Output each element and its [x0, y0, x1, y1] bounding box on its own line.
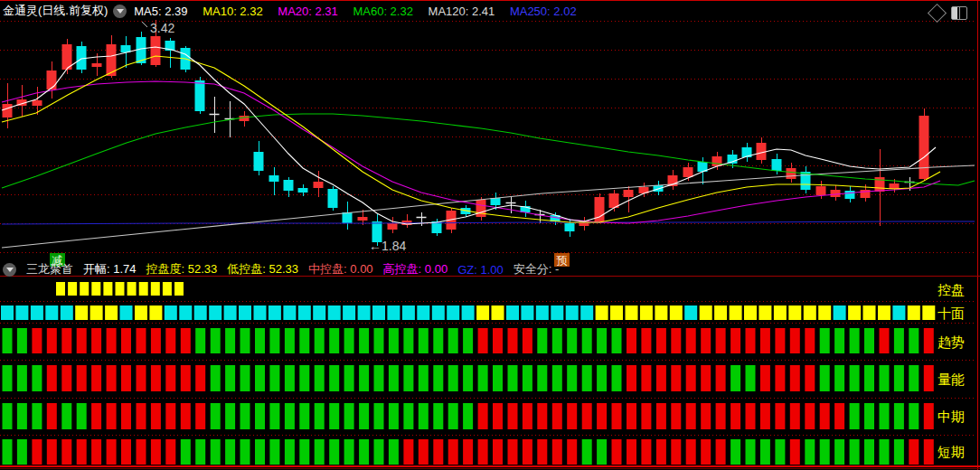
indicator-block [17, 439, 27, 465]
indicator-block [240, 403, 250, 429]
indicator-block [730, 439, 740, 465]
indicator-block [655, 306, 667, 320]
indicator-block [463, 403, 473, 429]
candle-body [358, 217, 368, 221]
indicator-block [240, 328, 250, 353]
indicator-block [716, 439, 726, 465]
indicator-block [32, 403, 42, 429]
row-label-5: 中期 [938, 409, 965, 424]
indicator-block [239, 306, 251, 320]
indicator-block [116, 282, 125, 296]
indicator-block [91, 439, 101, 465]
indicator-block [313, 306, 325, 320]
indicator-block [686, 403, 696, 429]
indicator-block [448, 365, 458, 391]
indicator-block [269, 365, 279, 391]
indicator-block [1, 306, 14, 320]
split-view-icon[interactable] [951, 6, 967, 20]
indicator-block [582, 328, 592, 353]
indicator-block [760, 365, 770, 391]
indicator-block [892, 306, 905, 320]
indicator-block [924, 403, 934, 429]
indicator-block [359, 439, 369, 465]
indicator-block [107, 365, 117, 391]
row-label-4: 量能 [938, 371, 965, 387]
indicator-block [359, 365, 369, 391]
indicator-block [552, 439, 562, 465]
indicator-block [790, 365, 800, 391]
indicator-block [285, 439, 295, 465]
candle-body [3, 104, 13, 118]
indicator-block [508, 328, 518, 353]
indicator-block [582, 365, 592, 391]
indicator-block [343, 306, 355, 320]
indicator-block [329, 439, 339, 465]
indicator-block [91, 328, 101, 353]
indicator-block [864, 403, 874, 429]
indicator-block [255, 365, 265, 391]
indicator-chevron-down-icon[interactable] [3, 263, 16, 277]
indicator-block [612, 403, 622, 429]
indicator-block [3, 365, 13, 391]
indicator-block [774, 306, 787, 320]
candle-body [92, 63, 102, 67]
indicator-block [834, 439, 844, 465]
indicator-block [820, 328, 830, 353]
indicator-block [299, 365, 309, 391]
indicator-block [47, 328, 57, 353]
indicator-block [137, 365, 146, 391]
indicator-block [447, 306, 459, 320]
indicator-block [818, 306, 831, 320]
indicator-block [567, 439, 577, 465]
indicator-block [790, 328, 800, 353]
indicator-block [3, 439, 13, 465]
indicator-block [344, 365, 354, 391]
indicator-block [137, 439, 146, 465]
indicator-block [878, 306, 890, 320]
indicator-block [537, 328, 547, 353]
indicator-block [344, 403, 354, 429]
indicator-block [684, 306, 697, 320]
indicator-block [536, 306, 549, 320]
indicator-block [880, 328, 890, 353]
indicator-block [506, 306, 519, 320]
indicator-block [31, 306, 43, 320]
indicator-block [419, 328, 429, 353]
candle-body [33, 100, 42, 106]
indicator-block [417, 306, 429, 320]
indicator-block [255, 403, 265, 429]
indicator-block [567, 365, 577, 391]
indicator-block [909, 365, 919, 391]
indicator-block [211, 328, 221, 353]
indicator-block [107, 328, 117, 353]
indicator-block [433, 328, 443, 353]
indicator-block [552, 403, 562, 429]
indicator-zhongkongpan: 中控盘: 0.00 [308, 261, 373, 277]
high-arrow [142, 22, 147, 27]
indicator-block [32, 365, 42, 391]
indicator-block [551, 306, 563, 320]
indicator-block [805, 439, 815, 465]
indicator-block [77, 365, 87, 391]
indicator-block [478, 439, 488, 465]
indicator-block [478, 403, 488, 429]
indicator-anquanfen: 安全分: - [514, 261, 560, 277]
indicator-block [254, 306, 267, 320]
candle-body [683, 167, 693, 177]
indicator-block [880, 439, 890, 465]
indicator-block [91, 282, 100, 296]
indicator-block [135, 306, 147, 320]
indicator-block [17, 365, 27, 391]
candle-body [195, 80, 205, 111]
indicator-block [149, 306, 162, 320]
diamond-icon[interactable] [928, 4, 947, 23]
candle-body [388, 223, 398, 230]
indicator-block [894, 403, 904, 429]
chevron-down-icon[interactable] [113, 5, 127, 18]
indicator-block [493, 403, 503, 429]
indicator-block [165, 439, 175, 465]
indicator-block [597, 365, 607, 391]
indicator-block [478, 365, 488, 391]
indicator-block [552, 328, 562, 353]
indicator-block [448, 403, 458, 429]
